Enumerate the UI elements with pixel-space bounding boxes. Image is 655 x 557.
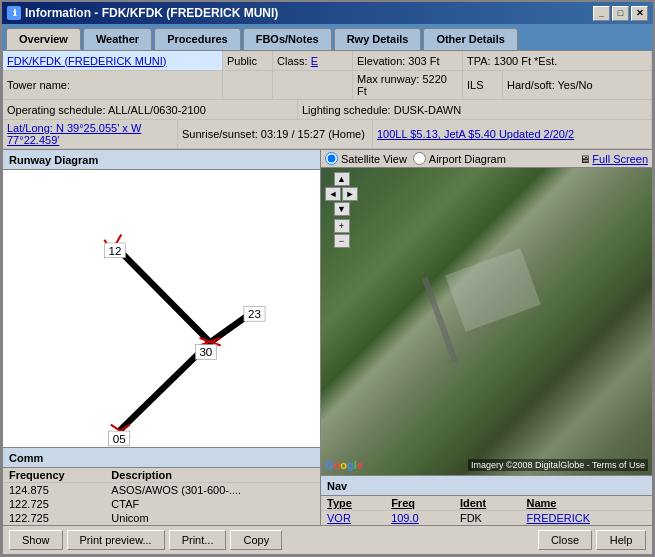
main-panels: Runway Diagram xyxy=(3,150,652,525)
tab-procedures[interactable]: Procedures xyxy=(154,28,241,50)
fullscreen-link[interactable]: Full Screen xyxy=(592,153,648,165)
main-window: ℹ Information - FDK/KFDK (FREDERICK MUNI… xyxy=(0,0,655,557)
airport-type: Public xyxy=(223,51,273,70)
show-button[interactable]: Show xyxy=(9,530,63,550)
close-button[interactable]: Close xyxy=(538,530,592,550)
tower-name: Tower name: xyxy=(3,71,223,99)
window-title: Information - FDK/KFDK (FREDERICK MUNI) xyxy=(25,6,278,20)
svg-text:12: 12 xyxy=(109,244,122,257)
comm-freq-3: 122.725 xyxy=(3,511,105,525)
fullscreen-icon: 🖥 xyxy=(579,153,590,165)
nav-freq-1[interactable]: 109.0 xyxy=(385,511,454,526)
comm-row-1: 124.875 ASOS/AWOS (301-600-.... xyxy=(3,483,320,498)
comm-col-desc: Description xyxy=(105,468,320,483)
airport-diagram-label: Airport Diagram xyxy=(429,153,506,165)
class-link[interactable]: E xyxy=(311,55,318,67)
ils-info: ILS xyxy=(463,71,503,99)
hard-soft: Hard/soft: Yes/No xyxy=(503,71,652,99)
comm-row-2: 122.725 CTAF xyxy=(3,497,320,511)
nav-name-1[interactable]: FREDERICK xyxy=(521,511,653,526)
svg-text:05: 05 xyxy=(113,432,126,445)
max-runway: Max runway: 5220 Ft xyxy=(353,71,463,99)
comm-freq-2: 122.725 xyxy=(3,497,105,511)
nav-table: Type Freq Ident Name VOR 109.0 FDK xyxy=(321,496,652,525)
satellite-toolbar: Satellite View Airport Diagram 🖥 Full Sc… xyxy=(321,150,652,168)
svg-text:23: 23 xyxy=(248,307,261,320)
maximize-button[interactable]: □ xyxy=(612,6,629,21)
left-panel: Runway Diagram xyxy=(3,150,321,525)
lighting-schedule: Lighting schedule: DUSK-DAWN xyxy=(298,100,652,119)
elevation: Elevation: 303 Ft xyxy=(353,51,463,70)
satellite-view-radio[interactable]: Satellite View xyxy=(325,152,407,165)
latlong-link[interactable]: Lat/Long: N 39°25.055' x W 77°22.459' xyxy=(3,120,178,148)
tab-overview[interactable]: Overview xyxy=(6,28,81,50)
nav-row-1: VOR 109.0 FDK FREDERICK xyxy=(321,511,652,526)
info-row-4: Lat/Long: N 39°25.055' x W 77°22.459' Su… xyxy=(3,120,652,149)
satellite-view-label: Satellite View xyxy=(341,153,407,165)
comm-freq-1: 124.875 xyxy=(3,483,105,498)
comm-desc-2: CTAF xyxy=(105,497,320,511)
info-row-1: FDK/KFDK (FREDERICK MUNI) Public Class: … xyxy=(3,51,652,71)
class-info: Class: E xyxy=(273,51,353,70)
svg-line-0 xyxy=(114,245,210,342)
tab-rwy-details[interactable]: Rwy Details xyxy=(334,28,422,50)
right-panel: Satellite View Airport Diagram 🖥 Full Sc… xyxy=(321,150,652,525)
fuel-info[interactable]: 100LL $5.13, JetA $5.40 Updated 2/20/2 xyxy=(373,120,652,148)
nav-section: Nav Type Freq Ident Name xyxy=(321,475,652,525)
bottom-bar: Show Print preview... Print... Copy Clos… xyxy=(3,525,652,554)
copy-button[interactable]: Copy xyxy=(230,530,282,550)
satellite-radio-input[interactable] xyxy=(325,152,338,165)
runway-svg: 12 23 30 05 xyxy=(3,170,320,447)
comm-section: Comm Frequency Description 124.875 ASOS/… xyxy=(3,447,320,525)
close-button[interactable]: ✕ xyxy=(631,6,648,21)
airport-diagram-radio-input[interactable] xyxy=(413,152,426,165)
runway-diagram: 12 23 30 05 xyxy=(3,170,320,447)
info-row-2: Tower name: Max runway: 5220 Ft ILS Hard… xyxy=(3,71,652,100)
nav-ident-1: FDK xyxy=(454,511,521,526)
google-logo: Google xyxy=(325,459,363,471)
zoom-out-button[interactable]: − xyxy=(334,234,350,248)
tab-fbos-notes[interactable]: FBOs/Notes xyxy=(243,28,332,50)
nav-right-button[interactable]: ► xyxy=(342,187,358,201)
comm-header: Comm xyxy=(3,448,320,468)
runway-diagram-header: Runway Diagram xyxy=(3,150,320,170)
comm-col-freq: Frequency xyxy=(3,468,105,483)
nav-col-freq: Freq xyxy=(385,496,454,511)
nav-col-ident: Ident xyxy=(454,496,521,511)
comm-row-3: 122.725 Unicom xyxy=(3,511,320,525)
zoom-in-button[interactable]: + xyxy=(334,219,350,233)
nav-col-name: Name xyxy=(521,496,653,511)
info-row-3: Operating schedule: ALL/ALL/0630-2100 Li… xyxy=(3,100,652,120)
tab-bar: Overview Weather Procedures FBOs/Notes R… xyxy=(2,24,653,50)
svg-text:30: 30 xyxy=(199,345,212,358)
nav-controls: ▲ ◄ ► ▼ + − xyxy=(325,172,358,248)
nav-down-button[interactable]: ▼ xyxy=(334,202,350,216)
comm-desc-1: ASOS/AWOS (301-600-.... xyxy=(105,483,320,498)
airport-diagram-radio[interactable]: Airport Diagram xyxy=(413,152,506,165)
tpa: TPA: 1300 Ft *Est. xyxy=(463,51,652,70)
print-button[interactable]: Print... xyxy=(169,530,227,550)
comm-table: Frequency Description 124.875 ASOS/AWOS … xyxy=(3,468,320,525)
nav-header: Nav xyxy=(321,476,652,496)
window-icon: ℹ xyxy=(7,6,21,20)
airport-link[interactable]: FDK/KFDK (FREDERICK MUNI) xyxy=(7,55,167,67)
nav-col-type: Type xyxy=(321,496,385,511)
nav-up-button[interactable]: ▲ xyxy=(334,172,350,186)
sunrise-sunset: Sunrise/sunset: 03:19 / 15:27 (Home) xyxy=(178,120,373,148)
title-bar: ℹ Information - FDK/KFDK (FREDERICK MUNI… xyxy=(2,2,653,24)
nav-type-1[interactable]: VOR xyxy=(321,511,385,526)
content-area: FDK/KFDK (FREDERICK MUNI) Public Class: … xyxy=(2,50,653,555)
minimize-button[interactable]: _ xyxy=(593,6,610,21)
print-preview-button[interactable]: Print preview... xyxy=(67,530,165,550)
info-rows: FDK/KFDK (FREDERICK MUNI) Public Class: … xyxy=(3,51,652,150)
operating-schedule: Operating schedule: ALL/ALL/0630-2100 xyxy=(3,100,298,119)
help-button[interactable]: Help xyxy=(596,530,646,550)
imagery-credit: Imagery ©2008 DigitalGlobe - Terms of Us… xyxy=(468,459,648,471)
satellite-view: ▲ ◄ ► ▼ + − xyxy=(321,168,652,475)
tab-weather[interactable]: Weather xyxy=(83,28,152,50)
comm-desc-3: Unicom xyxy=(105,511,320,525)
nav-left-button[interactable]: ◄ xyxy=(325,187,341,201)
tab-other-details[interactable]: Other Details xyxy=(423,28,517,50)
